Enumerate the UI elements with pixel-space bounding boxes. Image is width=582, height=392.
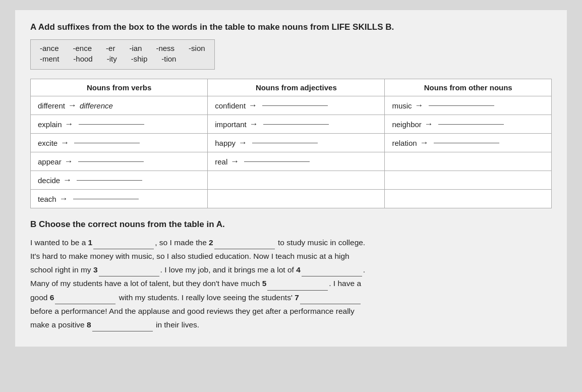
other-cell-1: music → <box>385 96 552 115</box>
other-cell-5-empty <box>385 171 552 190</box>
adj-word-4: real <box>215 157 227 166</box>
section-b-text: I wanted to be a 1, so I made the 2 to s… <box>30 236 552 331</box>
suffix-tion: -tion <box>161 54 176 63</box>
suffix-box: -ance -ence -er -ian -ness -sion -ment -… <box>30 39 215 70</box>
b-blank-7 <box>300 304 361 304</box>
arrow-icon-4: → <box>65 156 73 166</box>
b-text-4: It's hard to make money with music, so I… <box>30 252 350 260</box>
adj-word-2: important <box>215 120 247 129</box>
verb-cell-3: excite → <box>31 134 208 152</box>
section-b-title: B Choose the correct nouns from the tabl… <box>30 219 552 230</box>
b-text-13: make a positive <box>30 320 87 329</box>
adj-word-3: happy <box>215 139 236 147</box>
verb-cell-5: decide → <box>31 171 208 190</box>
b-blank-3 <box>99 276 159 276</box>
verb-cell-4: appear → <box>31 152 208 171</box>
suffix-hood: -hood <box>73 54 92 63</box>
b-num-8: 8 <box>87 320 91 329</box>
suffix-ment: -ment <box>40 54 59 63</box>
other-cell-2: neighbor → <box>385 115 552 134</box>
verb-word-1: different <box>38 101 65 110</box>
arrow-icon-other-2: → <box>425 119 433 129</box>
b-text-5: school right in my <box>30 265 93 274</box>
table-row: appear → real → <box>31 152 552 171</box>
table-row: different → difference confident → music <box>31 96 552 115</box>
verb-word-2: explain <box>38 120 62 129</box>
table-row: decide → <box>31 171 552 190</box>
suffix-sion: -sion <box>189 44 205 52</box>
header-nouns-other: Nouns from other nouns <box>385 79 552 96</box>
verb-cell-1: different → difference <box>31 96 208 115</box>
b-text-8: Many of my students have a lot of talent… <box>30 279 262 288</box>
b-text-14: in their lives. <box>154 320 199 329</box>
page-container: A Add suffixes from the box to the words… <box>15 10 567 347</box>
adj-word-1: confident <box>215 101 246 110</box>
other-cell-6-empty <box>385 190 552 208</box>
table-row: explain → important → neighbor → <box>31 115 552 134</box>
verb-word-5: decide <box>38 176 60 185</box>
adj-cell-3: happy → <box>208 134 385 152</box>
b-num-2: 2 <box>209 238 213 247</box>
arrow-icon-5: → <box>63 175 72 185</box>
other-word-1: music <box>392 101 412 110</box>
adj-cell-4: real → <box>208 152 385 171</box>
b-blank-8 <box>92 331 153 331</box>
arrow-icon-other-1: → <box>415 100 424 110</box>
suffix-ness: -ness <box>156 44 174 52</box>
arrow-icon-adj-2: → <box>250 119 258 129</box>
arrow-icon-adj-3: → <box>239 138 247 148</box>
other-blank-1 <box>429 105 494 106</box>
b-text-10: good <box>30 293 50 302</box>
suffix-ship: -ship <box>131 54 148 63</box>
verb-word-4: appear <box>38 157 62 166</box>
b-num-5: 5 <box>262 279 267 288</box>
section-a-title: A Add suffixes from the box to the words… <box>30 22 552 32</box>
other-cell-4-empty <box>385 152 552 171</box>
arrow-icon-2: → <box>65 119 74 129</box>
adj-blank-2 <box>263 124 329 125</box>
arrow-icon-other-3: → <box>420 138 429 148</box>
adj-cell-6-empty <box>208 190 385 208</box>
other-word-2: neighbor <box>392 120 421 129</box>
b-text-3: to study music in college. <box>276 238 365 247</box>
arrow-icon-adj-1: → <box>249 100 257 110</box>
b-text-9: . I have a <box>329 279 361 288</box>
suffix-er: -er <box>106 44 115 52</box>
adj-cell-1: confident → <box>208 96 385 115</box>
b-num-3: 3 <box>93 265 98 274</box>
suffix-ance: -ance <box>40 44 59 52</box>
other-word-3: relation <box>392 139 417 147</box>
b-num-6: 6 <box>50 293 54 302</box>
b-text-2: , so I made the <box>155 238 209 247</box>
b-blank-1 <box>93 249 154 249</box>
adj-cell-2: important → <box>208 115 385 134</box>
adj-blank-3 <box>252 143 318 143</box>
suffix-ity: -ity <box>107 54 117 63</box>
other-cell-3: relation → <box>385 134 552 152</box>
b-blank-5 <box>267 290 328 291</box>
adj-cell-5-empty <box>208 171 385 190</box>
header-nouns-verbs: Nouns from verbs <box>31 79 208 96</box>
adj-blank-1 <box>262 105 328 106</box>
verb-word-3: excite <box>38 139 57 147</box>
b-text-11: with my students. I really love seeing t… <box>117 293 295 302</box>
table-row: excite → happy → relation → <box>31 134 552 152</box>
table-header-row: Nouns from verbs Nouns from adjectives N… <box>31 79 552 96</box>
verb-blank-2 <box>79 124 144 125</box>
suffix-ence: -ence <box>73 44 92 52</box>
other-blank-3 <box>434 143 499 143</box>
header-nouns-adj: Nouns from adjectives <box>208 79 385 96</box>
verb-word-6: teach <box>38 195 56 203</box>
verb-blank-5 <box>77 180 142 181</box>
table-row: teach → <box>31 190 552 208</box>
verb-cell-6: teach → <box>31 190 208 208</box>
b-text-6: . I love my job, and it brings me a lot … <box>160 265 297 274</box>
b-blank-6 <box>55 304 115 304</box>
b-num-1: 1 <box>88 238 93 247</box>
arrow-icon-adj-4: → <box>230 156 239 166</box>
arrow-icon-1: → <box>68 100 77 110</box>
verb-blank-4 <box>78 161 144 162</box>
arrow-icon-3: → <box>61 138 69 148</box>
b-blank-4 <box>302 276 362 276</box>
arrow-icon-6: → <box>60 194 68 204</box>
